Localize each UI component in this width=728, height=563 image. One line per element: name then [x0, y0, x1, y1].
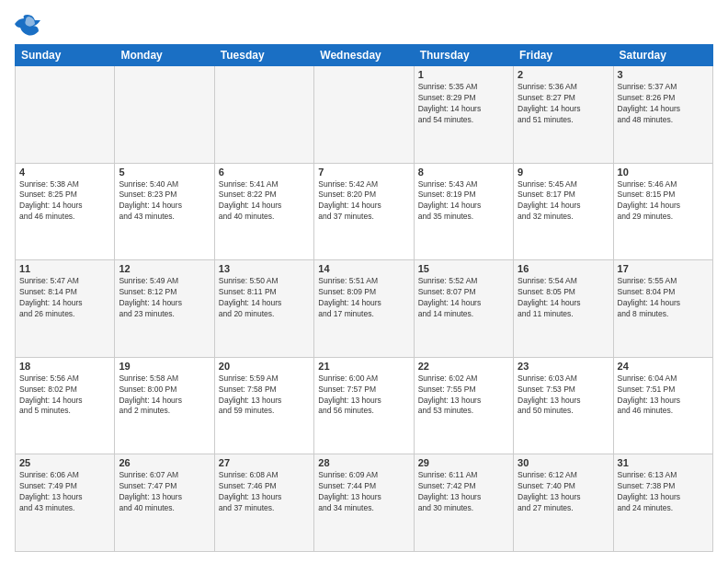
day-number: 9	[518, 167, 609, 178]
day-number: 17	[618, 263, 709, 274]
day-info: Sunrise: 5:54 AM Sunset: 8:05 PM Dayligh…	[518, 276, 609, 320]
day-info: Sunrise: 5:46 AM Sunset: 8:15 PM Dayligh…	[618, 179, 709, 224]
calendar-cell: 19Sunrise: 5:58 AM Sunset: 8:00 PM Dayli…	[115, 357, 214, 454]
day-number: 3	[618, 69, 709, 80]
day-number: 31	[618, 457, 709, 468]
day-info: Sunrise: 6:12 AM Sunset: 7:40 PM Dayligh…	[518, 470, 609, 514]
calendar-cell: 5Sunrise: 5:40 AM Sunset: 8:23 PM Daylig…	[115, 163, 214, 260]
weekday-friday: Friday	[514, 45, 613, 66]
logo	[15, 11, 44, 37]
day-number: 25	[19, 457, 110, 468]
weekday-header-row: SundayMondayTuesdayWednesdayThursdayFrid…	[16, 45, 713, 66]
weekday-saturday: Saturday	[613, 45, 712, 66]
day-number: 24	[618, 361, 709, 372]
day-info: Sunrise: 6:09 AM Sunset: 7:44 PM Dayligh…	[318, 470, 409, 514]
day-number: 19	[119, 361, 210, 372]
day-info: Sunrise: 5:37 AM Sunset: 8:26 PM Dayligh…	[618, 82, 709, 126]
day-info: Sunrise: 5:52 AM Sunset: 8:07 PM Dayligh…	[418, 276, 509, 320]
calendar-cell: 13Sunrise: 5:50 AM Sunset: 8:11 PM Dayli…	[214, 260, 313, 358]
calendar-cell	[115, 66, 214, 164]
day-info: Sunrise: 5:51 AM Sunset: 8:09 PM Dayligh…	[318, 276, 409, 320]
calendar-cell: 26Sunrise: 6:07 AM Sunset: 7:47 PM Dayli…	[115, 454, 214, 552]
day-info: Sunrise: 6:04 AM Sunset: 7:51 PM Dayligh…	[618, 373, 709, 418]
calendar-cell: 15Sunrise: 5:52 AM Sunset: 8:07 PM Dayli…	[414, 260, 513, 358]
day-number: 21	[318, 361, 409, 372]
week-row-1: 4Sunrise: 5:38 AM Sunset: 8:25 PM Daylig…	[16, 163, 713, 260]
calendar-cell: 4Sunrise: 5:38 AM Sunset: 8:25 PM Daylig…	[16, 163, 115, 260]
week-row-2: 11Sunrise: 5:47 AM Sunset: 8:14 PM Dayli…	[16, 260, 713, 358]
calendar-cell: 8Sunrise: 5:43 AM Sunset: 8:19 PM Daylig…	[414, 163, 513, 260]
calendar-cell: 20Sunrise: 5:59 AM Sunset: 7:58 PM Dayli…	[214, 357, 313, 454]
calendar-cell: 16Sunrise: 5:54 AM Sunset: 8:05 PM Dayli…	[514, 260, 613, 358]
day-info: Sunrise: 5:41 AM Sunset: 8:22 PM Dayligh…	[219, 179, 310, 224]
day-number: 12	[119, 263, 210, 274]
day-number: 15	[418, 263, 509, 274]
calendar-cell: 17Sunrise: 5:55 AM Sunset: 8:04 PM Dayli…	[613, 260, 712, 358]
calendar-cell: 29Sunrise: 6:11 AM Sunset: 7:42 PM Dayli…	[414, 454, 513, 552]
day-info: Sunrise: 6:13 AM Sunset: 7:38 PM Dayligh…	[618, 470, 709, 514]
day-number: 27	[219, 457, 310, 468]
calendar-cell: 28Sunrise: 6:09 AM Sunset: 7:44 PM Dayli…	[314, 454, 414, 552]
day-number: 30	[518, 457, 609, 468]
calendar-cell: 18Sunrise: 5:56 AM Sunset: 8:02 PM Dayli…	[16, 357, 115, 454]
day-number: 8	[418, 167, 509, 178]
calendar-cell: 9Sunrise: 5:45 AM Sunset: 8:17 PM Daylig…	[514, 163, 613, 260]
calendar-cell: 14Sunrise: 5:51 AM Sunset: 8:09 PM Dayli…	[314, 260, 414, 358]
day-number: 2	[518, 69, 609, 80]
weekday-monday: Monday	[115, 45, 214, 66]
calendar-cell: 21Sunrise: 6:00 AM Sunset: 7:57 PM Dayli…	[314, 357, 414, 454]
day-info: Sunrise: 5:36 AM Sunset: 8:27 PM Dayligh…	[518, 82, 609, 126]
logo-icon	[15, 11, 40, 37]
day-number: 7	[318, 167, 409, 178]
day-number: 6	[219, 167, 310, 178]
calendar-cell: 6Sunrise: 5:41 AM Sunset: 8:22 PM Daylig…	[214, 163, 313, 260]
day-info: Sunrise: 5:55 AM Sunset: 8:04 PM Dayligh…	[618, 276, 709, 320]
week-row-0: 1Sunrise: 5:35 AM Sunset: 8:29 PM Daylig…	[16, 66, 713, 164]
day-number: 20	[219, 361, 310, 372]
week-row-3: 18Sunrise: 5:56 AM Sunset: 8:02 PM Dayli…	[16, 357, 713, 454]
day-info: Sunrise: 6:07 AM Sunset: 7:47 PM Dayligh…	[119, 470, 210, 514]
day-info: Sunrise: 5:43 AM Sunset: 8:19 PM Dayligh…	[418, 179, 509, 224]
day-info: Sunrise: 5:56 AM Sunset: 8:02 PM Dayligh…	[19, 373, 110, 418]
week-row-4: 25Sunrise: 6:06 AM Sunset: 7:49 PM Dayli…	[16, 454, 713, 552]
day-info: Sunrise: 6:00 AM Sunset: 7:57 PM Dayligh…	[318, 373, 409, 418]
day-number: 22	[418, 361, 509, 372]
day-number: 1	[418, 69, 509, 80]
calendar-table: SundayMondayTuesdayWednesdayThursdayFrid…	[15, 44, 713, 552]
day-number: 14	[318, 263, 409, 274]
weekday-thursday: Thursday	[414, 45, 513, 66]
day-number: 28	[318, 457, 409, 468]
day-number: 4	[19, 167, 110, 178]
calendar-cell: 1Sunrise: 5:35 AM Sunset: 8:29 PM Daylig…	[414, 66, 513, 164]
calendar-cell	[16, 66, 115, 164]
day-info: Sunrise: 5:58 AM Sunset: 8:00 PM Dayligh…	[119, 373, 210, 418]
calendar-cell: 25Sunrise: 6:06 AM Sunset: 7:49 PM Dayli…	[16, 454, 115, 552]
day-info: Sunrise: 5:50 AM Sunset: 8:11 PM Dayligh…	[219, 276, 310, 320]
weekday-wednesday: Wednesday	[314, 45, 414, 66]
calendar-cell: 2Sunrise: 5:36 AM Sunset: 8:27 PM Daylig…	[514, 66, 613, 164]
calendar-cell: 10Sunrise: 5:46 AM Sunset: 8:15 PM Dayli…	[613, 163, 712, 260]
day-number: 16	[518, 263, 609, 274]
day-info: Sunrise: 5:40 AM Sunset: 8:23 PM Dayligh…	[119, 179, 210, 224]
day-number: 23	[518, 361, 609, 372]
day-number: 18	[19, 361, 110, 372]
day-info: Sunrise: 5:35 AM Sunset: 8:29 PM Dayligh…	[418, 82, 509, 126]
page: SundayMondayTuesdayWednesdayThursdayFrid…	[0, 0, 728, 563]
calendar-cell: 3Sunrise: 5:37 AM Sunset: 8:26 PM Daylig…	[613, 66, 712, 164]
day-number: 10	[618, 167, 709, 178]
header	[15, 11, 713, 37]
day-number: 11	[19, 263, 110, 274]
day-info: Sunrise: 5:38 AM Sunset: 8:25 PM Dayligh…	[19, 179, 110, 224]
day-number: 13	[219, 263, 310, 274]
calendar-cell: 22Sunrise: 6:02 AM Sunset: 7:55 PM Dayli…	[414, 357, 513, 454]
calendar-cell: 30Sunrise: 6:12 AM Sunset: 7:40 PM Dayli…	[514, 454, 613, 552]
day-info: Sunrise: 5:47 AM Sunset: 8:14 PM Dayligh…	[19, 276, 110, 320]
calendar-cell: 11Sunrise: 5:47 AM Sunset: 8:14 PM Dayli…	[16, 260, 115, 358]
day-number: 5	[119, 167, 210, 178]
calendar-header: SundayMondayTuesdayWednesdayThursdayFrid…	[16, 45, 713, 66]
calendar-cell	[214, 66, 313, 164]
calendar-cell: 24Sunrise: 6:04 AM Sunset: 7:51 PM Dayli…	[613, 357, 712, 454]
calendar-body: 1Sunrise: 5:35 AM Sunset: 8:29 PM Daylig…	[16, 66, 713, 552]
day-number: 29	[418, 457, 509, 468]
weekday-tuesday: Tuesday	[214, 45, 313, 66]
